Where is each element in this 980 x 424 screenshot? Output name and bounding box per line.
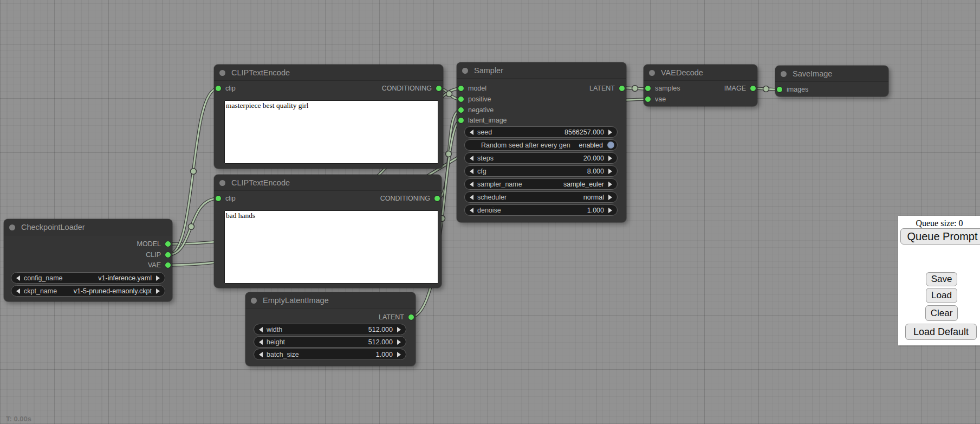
collapse-dot-icon[interactable]	[251, 298, 257, 304]
widget-denoise[interactable]: denoise 1.000	[464, 204, 618, 216]
render-time-stat: T: 0.00s	[6, 415, 31, 423]
side-menu-panel: Queue size: 0 Queue Prompt Save Load Cle…	[898, 216, 980, 345]
input-slot-clip[interactable]: clip	[214, 193, 279, 204]
node-sampler[interactable]: Sampler model positive negative latent_i…	[457, 62, 626, 222]
widget-ckpt-name[interactable]: ckpt_name v1-5-pruned-emaonly.ckpt	[11, 285, 165, 297]
collapse-dot-icon[interactable]	[649, 70, 655, 76]
node-cliptextencode-negative[interactable]: CLIPTextEncode clip CONDITIONING bad han…	[214, 175, 442, 288]
node-titlebar[interactable]: EmptyLatentImage	[245, 292, 416, 309]
increment-arrow-icon[interactable]	[397, 327, 401, 332]
output-slot-vae[interactable]: VAE	[96, 260, 172, 271]
input-port[interactable]	[216, 86, 221, 91]
node-emptylatentimage[interactable]: EmptyLatentImage LATENT width 512.000 he…	[245, 292, 416, 366]
widget-cfg[interactable]: cfg 8.000	[464, 165, 618, 177]
increment-arrow-icon[interactable]	[608, 195, 612, 200]
output-port[interactable]	[165, 252, 171, 258]
load-button[interactable]: Load	[926, 288, 957, 303]
input-port[interactable]	[458, 86, 464, 91]
decrement-arrow-icon[interactable]	[470, 195, 473, 200]
widget-steps[interactable]: steps 20.000	[464, 152, 618, 164]
output-slot-model[interactable]: MODEL	[96, 239, 172, 249]
node-titlebar[interactable]: Sampler	[457, 62, 626, 79]
output-port[interactable]	[436, 86, 442, 91]
input-slot-positive[interactable]: positive	[457, 94, 538, 105]
collapse-dot-icon[interactable]	[9, 224, 15, 230]
node-titlebar[interactable]: VAEDecode	[644, 65, 757, 81]
widget-width[interactable]: width 512.000	[254, 324, 406, 335]
widget-batch-size[interactable]: batch_size 1.000	[254, 349, 406, 360]
widget-config-name[interactable]: config_name v1-inference.yaml	[11, 272, 165, 284]
decrement-arrow-icon[interactable]	[16, 288, 20, 294]
decrement-arrow-icon[interactable]	[259, 352, 263, 357]
output-port[interactable]	[165, 241, 171, 247]
input-slot-vae[interactable]: vae	[644, 94, 703, 105]
output-slot-latent[interactable]: LATENT	[561, 83, 626, 94]
decrement-arrow-icon[interactable]	[470, 182, 473, 187]
widget-scheduler[interactable]: scheduler normal	[464, 191, 618, 203]
output-port[interactable]	[165, 262, 171, 268]
collapse-dot-icon[interactable]	[219, 70, 225, 76]
node-titlebar[interactable]: SaveImage	[775, 66, 888, 82]
collapse-dot-icon[interactable]	[219, 180, 225, 186]
input-slot-model[interactable]: model	[457, 83, 538, 94]
prompt-text-area[interactable]: bad hands	[224, 210, 438, 284]
output-port[interactable]	[434, 196, 440, 201]
decrement-arrow-icon[interactable]	[470, 130, 473, 135]
widget-height[interactable]: height 512.000	[254, 336, 406, 348]
input-slot-samples[interactable]: samples	[644, 83, 703, 94]
collapse-dot-icon[interactable]	[462, 68, 468, 74]
graph-canvas[interactable]: T: 0.00s CheckpointLoader MODEL CLIP VAE…	[0, 0, 980, 424]
increment-arrow-icon[interactable]	[608, 169, 612, 174]
output-port[interactable]	[750, 86, 756, 91]
output-slot-clip[interactable]: CLIP	[96, 249, 172, 260]
input-port[interactable]	[458, 107, 464, 113]
output-port[interactable]	[619, 86, 625, 91]
input-port[interactable]	[458, 97, 464, 102]
input-port[interactable]	[458, 118, 464, 123]
toggle-on-icon[interactable]	[607, 142, 614, 149]
output-port[interactable]	[408, 314, 414, 320]
clear-button[interactable]: Clear	[925, 305, 958, 321]
output-slot-image[interactable]: IMAGE	[709, 83, 757, 94]
collapse-dot-icon[interactable]	[781, 71, 787, 77]
input-port[interactable]	[645, 97, 651, 102]
widget-sampler-name[interactable]: sampler_name sample_euler	[464, 178, 618, 190]
input-port[interactable]	[645, 86, 651, 91]
node-titlebar[interactable]: CheckpointLoader	[4, 219, 172, 235]
increment-arrow-icon[interactable]	[608, 130, 612, 135]
node-cliptextencode-positive[interactable]: CLIPTextEncode clip CONDITIONING masterp…	[214, 65, 443, 169]
widget-seed[interactable]: seed 8566257.000	[464, 126, 618, 138]
node-titlebar[interactable]: CLIPTextEncode	[214, 175, 442, 191]
node-titlebar[interactable]: CLIPTextEncode	[214, 65, 443, 81]
input-port[interactable]	[216, 196, 221, 201]
input-slot-images[interactable]: images	[775, 84, 835, 95]
node-vaedecode[interactable]: VAEDecode samples vae IMAGE	[644, 65, 757, 106]
prompt-text-area[interactable]: masterpiece best quality girl	[224, 100, 438, 164]
input-slot-clip[interactable]: clip	[214, 83, 279, 94]
increment-arrow-icon[interactable]	[156, 275, 160, 281]
output-slot-latent[interactable]: LATENT	[340, 312, 416, 323]
decrement-arrow-icon[interactable]	[259, 327, 263, 332]
increment-arrow-icon[interactable]	[608, 156, 612, 161]
node-checkpointloader[interactable]: CheckpointLoader MODEL CLIP VAE config_n…	[4, 219, 172, 301]
output-slot-conditioning[interactable]: CONDITIONING	[367, 83, 443, 94]
increment-arrow-icon[interactable]	[397, 352, 401, 357]
increment-arrow-icon[interactable]	[397, 339, 401, 345]
queue-prompt-button[interactable]: Queue Prompt	[900, 228, 980, 245]
decrement-arrow-icon[interactable]	[470, 156, 473, 161]
input-slot-latent-image[interactable]: latent_image	[457, 115, 538, 126]
widget-random-seed-toggle[interactable]: Random seed after every gen enabled	[464, 139, 618, 151]
decrement-arrow-icon[interactable]	[470, 208, 473, 213]
decrement-arrow-icon[interactable]	[259, 339, 263, 345]
increment-arrow-icon[interactable]	[156, 288, 160, 294]
decrement-arrow-icon[interactable]	[16, 275, 20, 281]
decrement-arrow-icon[interactable]	[470, 169, 473, 174]
node-saveimage[interactable]: SaveImage images	[775, 66, 888, 97]
increment-arrow-icon[interactable]	[608, 208, 612, 213]
save-button[interactable]: Save	[926, 272, 957, 286]
increment-arrow-icon[interactable]	[608, 182, 612, 187]
input-slot-negative[interactable]: negative	[457, 105, 538, 115]
output-slot-conditioning[interactable]: CONDITIONING	[366, 193, 442, 204]
load-default-button[interactable]: Load Default	[905, 324, 977, 340]
input-port[interactable]	[777, 87, 782, 92]
